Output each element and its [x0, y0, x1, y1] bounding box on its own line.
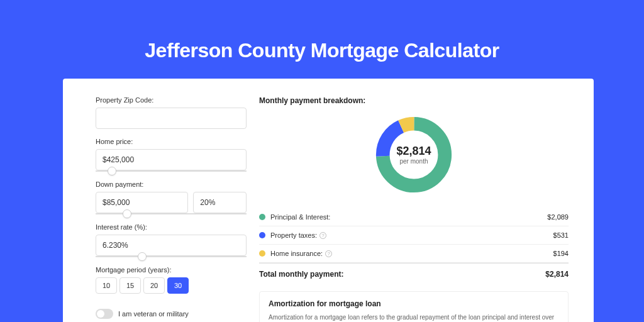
slider-thumb[interactable] [138, 252, 147, 261]
info-icon[interactable]: ? [325, 250, 332, 257]
legend-value: $531 [553, 231, 569, 239]
legend-label: Principal & Interest: [270, 213, 330, 221]
down-payment-input[interactable] [96, 192, 188, 213]
down-payment-label: Down payment: [96, 180, 247, 188]
zip-input[interactable] [96, 108, 247, 129]
down-payment-field: Down payment: [96, 180, 247, 214]
interest-label: Interest rate (%): [96, 223, 247, 231]
legend-value: $2,089 [547, 213, 569, 221]
interest-input[interactable] [96, 235, 247, 256]
period-button-group: 10 15 20 30 [96, 277, 247, 294]
total-row: Total monthly payment: $2,814 [259, 263, 569, 287]
zip-field: Property Zip Code: [96, 96, 247, 129]
period-field: Mortgage period (years): 10 15 20 30 [96, 266, 247, 294]
total-value: $2,814 [545, 270, 569, 279]
home-price-field: Home price: [96, 138, 247, 172]
legend-principal: Principal & Interest: $2,089 [259, 208, 569, 226]
period-label: Mortgage period (years): [96, 266, 247, 274]
breakdown-title: Monthly payment breakdown: [259, 96, 569, 105]
home-price-label: Home price: [96, 138, 247, 145]
veteran-label: I am veteran or military [118, 310, 189, 318]
down-payment-pct-input[interactable] [193, 192, 247, 213]
legend-label: Home insurance: [270, 250, 323, 257]
calculator-card: Property Zip Code: Home price: Down paym… [63, 79, 594, 322]
legend-label: Property taxes: [270, 231, 317, 239]
veteran-toggle[interactable] [96, 309, 113, 319]
dot-icon [259, 250, 265, 257]
legend-insurance: Home insurance: ? $194 [259, 245, 569, 263]
info-icon[interactable]: ? [319, 232, 326, 239]
period-10-button[interactable]: 10 [96, 277, 117, 294]
home-price-input[interactable] [96, 149, 247, 170]
page-title: Jefferson County Mortgage Calculator [0, 0, 644, 62]
amortization-text: Amortization for a mortgage loan refers … [269, 313, 559, 322]
inputs-column: Property Zip Code: Home price: Down paym… [96, 96, 247, 322]
zip-label: Property Zip Code: [96, 96, 247, 104]
donut-chart-container: $2,814 per month [259, 114, 569, 196]
slider-thumb[interactable] [123, 209, 131, 218]
donut-amount: $2,814 [396, 145, 431, 158]
legend-value: $194 [553, 250, 569, 257]
breakdown-column: Monthly payment breakdown: $2,814 per mo… [259, 96, 569, 322]
donut-center: $2,814 per month [373, 114, 455, 196]
period-20-button[interactable]: 20 [143, 277, 165, 294]
total-label: Total monthly payment: [259, 270, 343, 279]
donut-sub: per month [399, 158, 428, 165]
amortization-title: Amortization for mortgage loan [269, 299, 559, 308]
home-price-slider[interactable] [96, 170, 247, 172]
period-30-button[interactable]: 30 [167, 277, 189, 294]
amortization-box: Amortization for mortgage loan Amortizat… [259, 291, 569, 322]
period-15-button[interactable]: 15 [119, 277, 141, 294]
dot-icon [259, 232, 265, 238]
veteran-row: I am veteran or military [96, 309, 247, 319]
interest-slider[interactable] [96, 256, 247, 257]
down-payment-slider[interactable] [96, 213, 247, 214]
dot-icon [259, 214, 265, 220]
interest-field: Interest rate (%): [96, 223, 247, 257]
legend-taxes: Property taxes: ? $531 [259, 226, 569, 245]
donut-chart: $2,814 per month [373, 114, 455, 196]
slider-thumb[interactable] [108, 167, 116, 175]
